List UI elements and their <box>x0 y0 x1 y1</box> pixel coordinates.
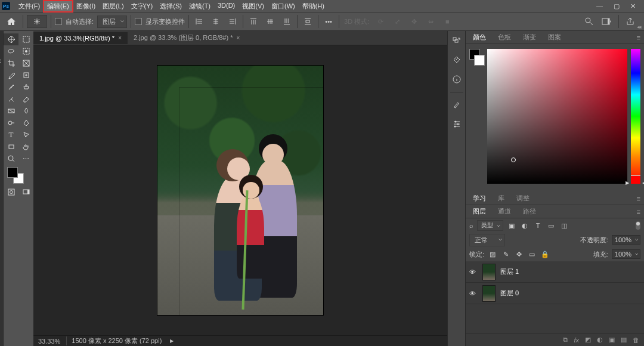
brush-settings-panel-icon[interactable] <box>450 118 463 131</box>
auto-select-checkbox[interactable] <box>55 18 62 25</box>
color-indicator-icon[interactable] <box>511 157 516 162</box>
frame-tool[interactable] <box>18 57 33 69</box>
status-menu-icon[interactable]: ▶ <box>170 338 174 344</box>
hue-slider[interactable] <box>631 49 640 184</box>
menu-图像[interactable]: 图像(I) <box>73 1 99 12</box>
properties-panel-icon[interactable] <box>450 54 463 67</box>
menu-帮助[interactable]: 帮助(H) <box>299 1 328 12</box>
search-icon[interactable] <box>583 15 596 28</box>
link-layers-icon[interactable]: ⧉ <box>563 336 568 344</box>
menu-窗口[interactable]: 窗口(W) <box>268 1 299 12</box>
filter-type-icon[interactable]: T <box>533 222 543 229</box>
menu-选择[interactable]: 选择(S) <box>156 1 185 12</box>
align-bottom-icon[interactable] <box>280 15 293 28</box>
lasso-tool[interactable] <box>4 45 18 57</box>
align-right-icon[interactable] <box>226 15 239 28</box>
gradient-tool[interactable] <box>4 105 18 117</box>
fill-value[interactable]: 100% <box>612 249 640 259</box>
layer-name[interactable]: 图层 0 <box>500 289 519 298</box>
close-tab-icon[interactable]: × <box>118 35 122 41</box>
visibility-icon[interactable]: 👁 <box>469 290 478 297</box>
show-transform-checkbox[interactable] <box>135 18 142 25</box>
panel-tab-图案[interactable]: 图案 <box>546 32 564 43</box>
zoom-tool[interactable] <box>4 153 18 165</box>
align-hcenter-icon[interactable] <box>209 15 222 28</box>
layer-name[interactable]: 图层 1 <box>500 267 519 276</box>
lock-artboard-icon[interactable]: ▭ <box>527 251 537 258</box>
auto-select-target[interactable]: 图层 <box>97 16 127 28</box>
menu-图层[interactable]: 图层(L) <box>99 1 127 12</box>
brushes-panel-icon[interactable] <box>450 98 463 112</box>
edit-toolbar[interactable]: ⋯ <box>18 153 33 165</box>
hand-tool[interactable] <box>18 141 33 153</box>
document-tab[interactable]: 2.jpg @ 33.3% (图层 0, RGB/8#) *× <box>128 31 246 45</box>
layer-group-icon[interactable]: ▣ <box>609 336 615 344</box>
panel-tab-渐变[interactable]: 渐变 <box>521 32 538 43</box>
quick-select-tool[interactable] <box>18 45 33 57</box>
brush-tool[interactable] <box>4 81 18 93</box>
history-brush-tool[interactable] <box>4 93 18 105</box>
panel-menu-icon[interactable]: ≡ <box>637 34 640 41</box>
panel-swatches[interactable] <box>469 49 484 187</box>
panel-menu-icon[interactable]: ≡ <box>637 195 640 202</box>
layer-row[interactable]: 👁图层 0 <box>466 283 644 304</box>
marquee-tool[interactable] <box>18 33 33 45</box>
lock-transparent-icon[interactable]: ▨ <box>488 251 497 258</box>
panel-tab-色板[interactable]: 色板 <box>496 32 513 43</box>
crop-tool[interactable] <box>4 57 18 69</box>
align-top-icon[interactable] <box>247 15 260 28</box>
screenmode-tool[interactable] <box>18 186 33 198</box>
menu-视图[interactable]: 视图(V) <box>239 1 268 12</box>
workspace-icon[interactable] <box>600 15 614 28</box>
menu-文字[interactable]: 文字(Y) <box>128 1 157 12</box>
menu-滤镜[interactable]: 滤镜(T) <box>185 1 214 12</box>
lock-pixels-icon[interactable]: ✎ <box>501 251 510 258</box>
rectangle-tool[interactable] <box>4 141 18 153</box>
canvas-viewport[interactable] <box>33 45 447 335</box>
layer-fx-icon[interactable]: fx <box>574 336 579 344</box>
visibility-icon[interactable]: 👁 <box>469 268 478 276</box>
eraser-tool[interactable] <box>18 93 33 105</box>
doc-dimensions[interactable]: 1500 像素 x 2250 像素 (72 ppi) <box>66 336 162 345</box>
share-icon[interactable] <box>624 15 637 28</box>
menu-编辑[interactable]: 编辑(E) <box>44 1 73 12</box>
panel-tab-库[interactable]: 库 <box>496 193 507 204</box>
healing-tool[interactable] <box>18 69 33 81</box>
dodge-tool[interactable] <box>4 117 18 129</box>
panel-tab-颜色[interactable]: 颜色 <box>470 32 488 43</box>
adjustment-layer-icon[interactable]: ◐ <box>597 336 603 344</box>
layer-row[interactable]: 👁图层 1 <box>466 261 644 283</box>
panel-tab-图层[interactable]: 图层 <box>470 206 488 217</box>
delete-layer-icon[interactable]: 🗑 <box>633 336 639 344</box>
quickmask-tool[interactable] <box>4 186 18 198</box>
color-swatches[interactable] <box>4 165 33 186</box>
move-tool[interactable] <box>4 33 18 45</box>
pen-tool[interactable] <box>18 117 33 129</box>
close-tab-icon[interactable]: × <box>236 35 240 41</box>
layer-mask-icon[interactable]: ◩ <box>585 336 591 344</box>
layer-filter-kind[interactable]: 类型 <box>477 220 503 231</box>
foreground-swatch[interactable] <box>7 167 18 178</box>
panel-tab-通道[interactable]: 通道 <box>496 206 513 217</box>
type-tool[interactable]: T <box>4 129 18 141</box>
maximize-button[interactable]: ▢ <box>614 2 620 10</box>
history-panel-icon[interactable] <box>450 35 463 48</box>
clone-stamp-tool[interactable] <box>18 81 33 93</box>
new-layer-icon[interactable]: ▤ <box>621 336 627 344</box>
panel-tab-学习[interactable]: 学习 <box>470 193 488 204</box>
panel-tab-路径[interactable]: 路径 <box>521 206 538 217</box>
align-vcenter-icon[interactable] <box>264 15 277 28</box>
lock-all-icon[interactable]: 🔒 <box>540 251 550 258</box>
filter-smart-icon[interactable]: ◫ <box>559 222 569 230</box>
document-image[interactable] <box>157 66 323 315</box>
lock-position-icon[interactable]: ✥ <box>514 251 524 258</box>
eyedropper-tool[interactable] <box>4 69 18 81</box>
blend-mode-select[interactable]: 正常 <box>469 234 505 246</box>
tool-context[interactable] <box>27 15 47 28</box>
more-align-icon[interactable]: ••• <box>322 15 335 28</box>
filter-toggle[interactable] <box>636 221 640 230</box>
panel-menu-icon[interactable]: ≡ <box>637 208 640 215</box>
collapse-icon[interactable]: ◂◂ <box>637 24 640 30</box>
filter-shape-icon[interactable]: ▭ <box>546 222 556 230</box>
minimize-button[interactable]: — <box>596 2 603 10</box>
